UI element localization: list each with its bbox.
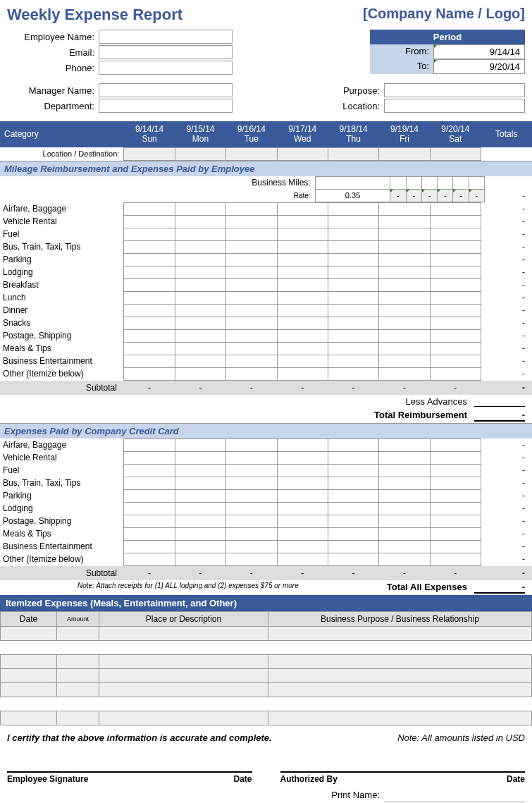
cell[interactable] [430,489,481,502]
cell[interactable] [379,291,430,304]
less-advances-value[interactable] [474,396,525,407]
cell[interactable] [175,502,225,515]
cell[interactable] [379,215,430,228]
cell[interactable] [328,215,378,228]
cell[interactable] [226,304,277,317]
cell[interactable] [124,215,175,228]
cell[interactable] [379,317,430,329]
cell[interactable] [226,317,277,329]
cell[interactable] [124,439,175,451]
cell[interactable] [430,464,481,477]
cell[interactable] [379,304,430,317]
cell[interactable] [315,176,390,189]
cell[interactable] [175,489,225,502]
cell[interactable] [328,329,378,342]
cell[interactable] [124,329,175,342]
cell[interactable] [277,147,328,160]
cell[interactable] [328,278,378,291]
cell[interactable] [328,291,378,304]
cell[interactable] [57,711,99,725]
cell[interactable] [277,228,328,240]
cell[interactable] [175,439,225,451]
cell[interactable] [277,477,328,489]
cell[interactable] [406,176,421,189]
cell[interactable] [124,540,175,553]
cell[interactable] [268,626,532,640]
cell[interactable] [226,515,277,527]
cell[interactable] [379,451,430,464]
cell[interactable] [430,240,481,253]
cell[interactable] [226,278,277,291]
cell[interactable] [277,515,328,527]
cell[interactable] [430,439,481,451]
cell[interactable] [328,253,378,266]
cell[interactable] [277,489,328,502]
cell[interactable] [379,527,430,540]
cell[interactable] [124,502,175,515]
cell[interactable] [277,342,328,355]
cell[interactable] [379,439,430,451]
cell[interactable] [469,176,484,189]
cell[interactable] [175,329,225,342]
cell[interactable] [226,228,277,240]
cell[interactable] [1,654,57,668]
cell[interactable] [124,317,175,329]
cell[interactable] [379,253,430,266]
cell[interactable] [277,329,328,342]
cell[interactable] [277,502,328,515]
cell[interactable] [124,367,175,380]
cell[interactable] [124,355,175,367]
cell[interactable] [124,253,175,266]
cell[interactable] [328,240,378,253]
cell[interactable] [57,682,99,697]
cell[interactable] [277,464,328,477]
cell[interactable] [226,367,277,380]
cell[interactable] [430,515,481,527]
cell[interactable] [175,253,225,266]
cell[interactable] [328,202,378,215]
cell[interactable] [430,355,481,367]
cell[interactable] [226,540,277,553]
cell[interactable] [277,367,328,380]
cell[interactable] [277,439,328,451]
phone-input[interactable] [99,61,233,75]
cell[interactable] [124,228,175,240]
cell[interactable] [226,147,277,160]
cell[interactable] [379,515,430,527]
cell[interactable] [268,711,532,725]
cell[interactable] [328,304,378,317]
cell[interactable] [421,176,437,189]
cell[interactable] [277,202,328,215]
cell[interactable] [430,291,481,304]
cell[interactable] [226,253,277,266]
cell[interactable] [430,228,481,240]
cell[interactable] [226,240,277,253]
cell[interactable] [430,329,481,342]
cell[interactable] [277,527,328,540]
cell[interactable] [430,202,481,215]
cell[interactable] [124,553,175,565]
cell[interactable] [379,355,430,367]
cell[interactable] [226,202,277,215]
cell[interactable] [99,654,268,668]
cell[interactable] [226,355,277,367]
cell[interactable] [226,451,277,464]
cell[interactable] [124,304,175,317]
cell[interactable] [379,540,430,553]
cell[interactable] [430,253,481,266]
to-value[interactable]: 9/20/14 [433,59,525,74]
cell[interactable] [175,291,225,304]
cell[interactable] [328,317,378,329]
cell[interactable] [328,489,378,502]
cell[interactable] [175,228,225,240]
cell[interactable] [430,147,481,160]
cell[interactable] [175,367,225,380]
department-input[interactable] [99,99,233,113]
cell[interactable] [175,477,225,489]
cell[interactable] [226,553,277,565]
cell[interactable] [430,527,481,540]
cell[interactable] [57,668,99,682]
cell[interactable] [379,464,430,477]
cell[interactable] [99,711,268,725]
cell[interactable] [124,278,175,291]
